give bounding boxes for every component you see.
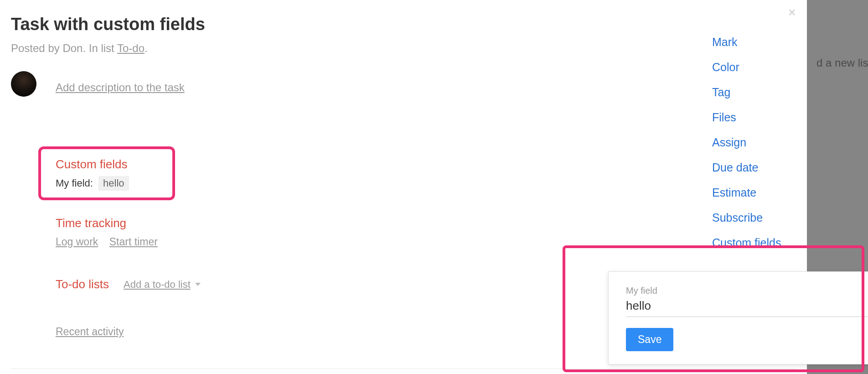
custom-field-popover: My field Save — [608, 271, 868, 364]
save-button[interactable]: Save — [626, 328, 673, 351]
task-side-menu: Mark Color Tag Files Assign Due date Est… — [712, 36, 781, 249]
meta-suffix: . — [145, 42, 148, 54]
menu-item-files[interactable]: Files — [712, 111, 781, 124]
menu-item-estimate[interactable]: Estimate — [712, 186, 781, 199]
start-timer-link[interactable]: Start timer — [109, 236, 158, 248]
divider — [11, 369, 796, 369]
menu-item-mark[interactable]: Mark — [712, 36, 781, 49]
menu-item-custom-fields[interactable]: Custom fields — [712, 236, 781, 249]
add-new-list-text: d a new list — [816, 57, 868, 69]
task-meta: Posted by Don. In list To-do. — [11, 42, 148, 55]
menu-item-subscribe[interactable]: Subscribe — [712, 211, 781, 224]
custom-fields-heading: Custom fields — [56, 157, 129, 171]
recent-activity-link[interactable]: Recent activity — [56, 326, 124, 338]
custom-field-value[interactable]: hello — [98, 176, 129, 191]
log-work-link[interactable]: Log work — [56, 236, 98, 248]
close-icon[interactable]: × — [788, 5, 796, 19]
meta-prefix: Posted by Don. In list — [11, 42, 117, 54]
popover-field-input[interactable] — [626, 298, 868, 317]
time-tracking-section: Time tracking Log work Start timer — [56, 216, 167, 248]
avatar[interactable] — [11, 71, 36, 97]
add-todo-list-link[interactable]: Add a to-do list — [124, 279, 201, 291]
custom-field-label: My field: — [56, 177, 93, 189]
todo-heading: To-do lists — [56, 277, 109, 291]
menu-item-color[interactable]: Color — [712, 61, 781, 74]
popover-field-label: My field — [626, 286, 868, 296]
menu-item-due-date[interactable]: Due date — [712, 161, 781, 174]
list-link[interactable]: To-do — [117, 42, 145, 54]
custom-field-row: My field: hello — [56, 176, 129, 191]
task-title: Task with custom fields — [11, 15, 205, 34]
add-description-link[interactable]: Add description to the task — [56, 81, 185, 94]
menu-item-assign[interactable]: Assign — [712, 136, 781, 149]
todo-lists-section: To-do lists Add a to-do list — [56, 277, 201, 291]
custom-fields-section: Custom fields My field: hello — [56, 157, 129, 191]
time-tracking-links: Log work Start timer — [56, 236, 167, 248]
menu-item-tag[interactable]: Tag — [712, 86, 781, 99]
time-tracking-heading: Time tracking — [56, 216, 167, 230]
